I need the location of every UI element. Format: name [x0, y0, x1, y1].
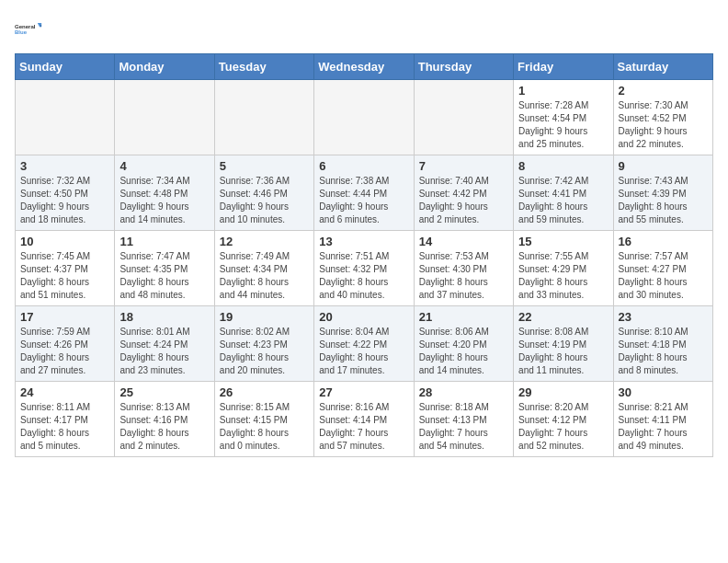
day-info: Sunrise: 7:47 AMSunset: 4:35 PMDaylight:…	[119, 250, 209, 302]
day-info: Sunrise: 8:10 AMSunset: 4:18 PMDaylight:…	[619, 326, 708, 377]
day-cell: 3Sunrise: 7:32 AMSunset: 4:50 PMDaylight…	[16, 155, 115, 231]
day-number: 5	[220, 159, 309, 173]
day-info: Sunrise: 8:20 AMSunset: 4:12 PMDaylight:…	[518, 401, 608, 453]
header-thursday: Thursday	[414, 54, 513, 80]
header-saturday: Saturday	[613, 54, 712, 80]
svg-text:Blue: Blue	[15, 29, 28, 35]
day-cell: 18Sunrise: 8:01 AMSunset: 4:24 PMDayligh…	[115, 306, 214, 382]
day-cell: 7Sunrise: 7:40 AMSunset: 4:42 PMDaylight…	[414, 155, 513, 231]
day-info: Sunrise: 7:32 AMSunset: 4:50 PMDaylight:…	[20, 175, 109, 226]
day-info: Sunrise: 8:01 AMSunset: 4:24 PMDaylight:…	[119, 326, 209, 377]
logo: GeneralBlue	[15, 15, 44, 44]
day-number: 25	[119, 385, 209, 399]
day-cell: 13Sunrise: 7:51 AMSunset: 4:32 PMDayligh…	[314, 231, 414, 306]
day-info: Sunrise: 7:59 AMSunset: 4:26 PMDaylight:…	[20, 326, 109, 377]
day-info: Sunrise: 7:49 AMSunset: 4:34 PMDaylight:…	[220, 250, 309, 302]
day-info: Sunrise: 8:21 AMSunset: 4:11 PMDaylight:…	[619, 401, 708, 453]
day-cell	[16, 80, 115, 155]
day-info: Sunrise: 8:15 AMSunset: 4:15 PMDaylight:…	[220, 401, 309, 453]
day-cell: 16Sunrise: 7:57 AMSunset: 4:27 PMDayligh…	[613, 231, 712, 306]
day-info: Sunrise: 7:40 AMSunset: 4:42 PMDaylight:…	[419, 175, 508, 226]
day-cell	[214, 80, 313, 155]
day-info: Sunrise: 7:43 AMSunset: 4:39 PMDaylight:…	[619, 175, 708, 226]
header-tuesday: Tuesday	[214, 54, 313, 80]
day-number: 18	[119, 310, 209, 324]
day-number: 1	[518, 84, 608, 98]
day-info: Sunrise: 7:51 AMSunset: 4:32 PMDaylight:…	[319, 250, 408, 302]
day-number: 24	[20, 385, 109, 399]
week-row-4: 24Sunrise: 8:11 AMSunset: 4:17 PMDayligh…	[16, 382, 713, 457]
day-cell: 4Sunrise: 7:34 AMSunset: 4:48 PMDaylight…	[115, 155, 214, 231]
day-cell: 8Sunrise: 7:42 AMSunset: 4:41 PMDaylight…	[514, 155, 613, 231]
day-cell: 19Sunrise: 8:02 AMSunset: 4:23 PMDayligh…	[214, 306, 313, 382]
day-number: 19	[220, 310, 309, 324]
day-cell: 27Sunrise: 8:16 AMSunset: 4:14 PMDayligh…	[314, 382, 414, 457]
week-row-0: 1Sunrise: 7:28 AMSunset: 4:54 PMDaylight…	[16, 80, 713, 155]
calendar-body: 1Sunrise: 7:28 AMSunset: 4:54 PMDaylight…	[16, 80, 713, 457]
day-number: 11	[119, 235, 209, 248]
day-number: 13	[319, 235, 408, 248]
day-cell: 5Sunrise: 7:36 AMSunset: 4:46 PMDaylight…	[214, 155, 313, 231]
day-cell: 26Sunrise: 8:15 AMSunset: 4:15 PMDayligh…	[214, 382, 313, 457]
day-number: 27	[319, 385, 408, 399]
day-cell	[314, 80, 414, 155]
header-friday: Friday	[514, 54, 613, 80]
day-info: Sunrise: 7:30 AMSunset: 4:52 PMDaylight:…	[619, 99, 708, 151]
day-cell: 25Sunrise: 8:13 AMSunset: 4:16 PMDayligh…	[115, 382, 214, 457]
day-cell: 28Sunrise: 8:18 AMSunset: 4:13 PMDayligh…	[414, 382, 513, 457]
day-info: Sunrise: 8:13 AMSunset: 4:16 PMDaylight:…	[119, 401, 209, 453]
day-cell: 24Sunrise: 8:11 AMSunset: 4:17 PMDayligh…	[16, 382, 115, 457]
day-number: 16	[619, 235, 708, 248]
day-cell	[115, 80, 214, 155]
week-row-1: 3Sunrise: 7:32 AMSunset: 4:50 PMDaylight…	[16, 155, 713, 231]
day-number: 26	[220, 385, 309, 399]
day-number: 15	[518, 235, 608, 248]
day-cell: 6Sunrise: 7:38 AMSunset: 4:44 PMDaylight…	[314, 155, 414, 231]
day-info: Sunrise: 7:45 AMSunset: 4:37 PMDaylight:…	[20, 250, 109, 302]
day-info: Sunrise: 8:11 AMSunset: 4:17 PMDaylight:…	[20, 401, 109, 453]
calendar-header-row: SundayMondayTuesdayWednesdayThursdayFrid…	[16, 54, 713, 80]
day-info: Sunrise: 8:02 AMSunset: 4:23 PMDaylight:…	[220, 326, 309, 377]
day-number: 3	[20, 159, 109, 173]
day-info: Sunrise: 7:53 AMSunset: 4:30 PMDaylight:…	[419, 250, 508, 302]
day-info: Sunrise: 8:18 AMSunset: 4:13 PMDaylight:…	[419, 401, 508, 453]
day-cell: 1Sunrise: 7:28 AMSunset: 4:54 PMDaylight…	[514, 80, 613, 155]
day-cell: 14Sunrise: 7:53 AMSunset: 4:30 PMDayligh…	[414, 231, 513, 306]
day-number: 30	[619, 385, 708, 399]
week-row-3: 17Sunrise: 7:59 AMSunset: 4:26 PMDayligh…	[16, 306, 713, 382]
day-cell: 22Sunrise: 8:08 AMSunset: 4:19 PMDayligh…	[514, 306, 613, 382]
header-wednesday: Wednesday	[314, 54, 414, 80]
day-number: 21	[419, 310, 508, 324]
day-number: 8	[518, 159, 608, 173]
day-number: 6	[319, 159, 408, 173]
day-number: 23	[619, 310, 708, 324]
day-cell: 10Sunrise: 7:45 AMSunset: 4:37 PMDayligh…	[16, 231, 115, 306]
day-number: 4	[119, 159, 209, 173]
day-number: 12	[220, 235, 309, 248]
day-number: 17	[20, 310, 109, 324]
day-cell: 9Sunrise: 7:43 AMSunset: 4:39 PMDaylight…	[613, 155, 712, 231]
day-number: 20	[319, 310, 408, 324]
day-info: Sunrise: 7:36 AMSunset: 4:46 PMDaylight:…	[220, 175, 309, 226]
day-number: 14	[419, 235, 508, 248]
day-info: Sunrise: 8:16 AMSunset: 4:14 PMDaylight:…	[319, 401, 408, 453]
day-cell: 21Sunrise: 8:06 AMSunset: 4:20 PMDayligh…	[414, 306, 513, 382]
day-info: Sunrise: 7:57 AMSunset: 4:27 PMDaylight:…	[619, 250, 708, 302]
logo-icon: GeneralBlue	[15, 15, 44, 44]
header-sunday: Sunday	[16, 54, 115, 80]
day-info: Sunrise: 7:55 AMSunset: 4:29 PMDaylight:…	[518, 250, 608, 302]
day-info: Sunrise: 8:08 AMSunset: 4:19 PMDaylight:…	[518, 326, 608, 377]
day-cell: 20Sunrise: 8:04 AMSunset: 4:22 PMDayligh…	[314, 306, 414, 382]
day-info: Sunrise: 7:28 AMSunset: 4:54 PMDaylight:…	[518, 99, 608, 151]
week-row-2: 10Sunrise: 7:45 AMSunset: 4:37 PMDayligh…	[16, 231, 713, 306]
day-number: 7	[419, 159, 508, 173]
day-info: Sunrise: 7:34 AMSunset: 4:48 PMDaylight:…	[119, 175, 209, 226]
day-cell: 15Sunrise: 7:55 AMSunset: 4:29 PMDayligh…	[514, 231, 613, 306]
day-cell: 29Sunrise: 8:20 AMSunset: 4:12 PMDayligh…	[514, 382, 613, 457]
day-number: 10	[20, 235, 109, 248]
day-cell: 17Sunrise: 7:59 AMSunset: 4:26 PMDayligh…	[16, 306, 115, 382]
day-info: Sunrise: 7:42 AMSunset: 4:41 PMDaylight:…	[518, 175, 608, 226]
day-number: 22	[518, 310, 608, 324]
svg-text:General: General	[15, 24, 36, 29]
page-header: GeneralBlue	[15, 15, 713, 44]
